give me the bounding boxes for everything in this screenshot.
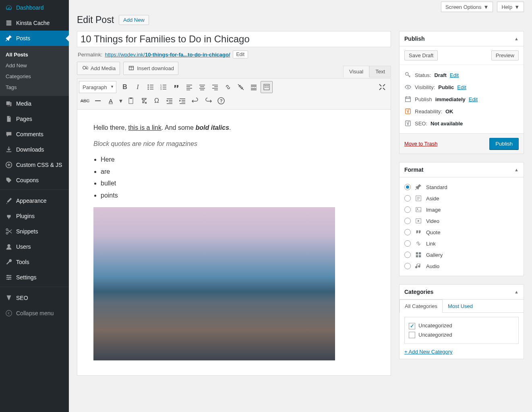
svg-rect-0 bbox=[6, 21, 12, 22]
bold-button[interactable]: B bbox=[119, 81, 131, 93]
svg-rect-1 bbox=[6, 22, 12, 24]
sidebar-item-dashboard[interactable]: Dashboard bbox=[0, 0, 69, 15]
categories-tab-most[interactable]: Most Used bbox=[443, 300, 478, 313]
panel-toggle-icon[interactable]: ▲ bbox=[514, 167, 519, 172]
sidebar-label: Collapse menu bbox=[16, 310, 54, 316]
strikethrough-button[interactable]: ABC bbox=[79, 95, 91, 107]
sidebar-item-comments[interactable]: Comments bbox=[0, 127, 69, 142]
admin-sidebar: Dashboard Kinsta Cache Posts All Posts A… bbox=[0, 0, 69, 412]
format-radio-video[interactable] bbox=[404, 218, 411, 224]
sidebar-item-media[interactable]: Media bbox=[0, 96, 69, 111]
hr-button[interactable] bbox=[92, 95, 104, 107]
submenu-all-posts[interactable]: All Posts bbox=[0, 49, 69, 60]
submenu-tags[interactable]: Tags bbox=[0, 82, 69, 93]
category-checkbox[interactable] bbox=[409, 332, 415, 338]
special-char-button[interactable]: Ω bbox=[151, 95, 163, 107]
indent-button[interactable] bbox=[176, 95, 188, 107]
blockquote-button[interactable] bbox=[170, 81, 182, 93]
align-center-button[interactable] bbox=[196, 81, 208, 93]
svg-point-8 bbox=[9, 277, 11, 278]
sidebar-item-collapse[interactable]: Collapse menu bbox=[0, 306, 69, 321]
edit-status-link[interactable]: Edit bbox=[450, 72, 459, 78]
camera-icon bbox=[81, 64, 89, 73]
undo-button[interactable] bbox=[189, 95, 201, 107]
submenu-categories[interactable]: Categories bbox=[0, 71, 69, 82]
format-radio-aside[interactable] bbox=[404, 195, 411, 202]
publish-button[interactable]: Publish bbox=[489, 138, 519, 150]
sidebar-item-users[interactable]: Users bbox=[0, 239, 69, 254]
link-button[interactable] bbox=[222, 81, 234, 93]
format-radio-standard[interactable] bbox=[404, 184, 411, 190]
bullet-list-button[interactable] bbox=[145, 81, 157, 93]
content-image[interactable] bbox=[93, 207, 335, 360]
format-radio-gallery[interactable] bbox=[404, 252, 411, 258]
sidebar-item-coupons[interactable]: Coupons bbox=[0, 173, 69, 188]
redo-button[interactable] bbox=[202, 95, 214, 107]
textcolor-chevron-icon[interactable]: ▼ bbox=[118, 95, 124, 107]
visual-tab[interactable]: Visual bbox=[343, 66, 369, 77]
sidebar-item-downloads[interactable]: Downloads bbox=[0, 142, 69, 157]
sidebar-item-kinsta[interactable]: Kinsta Cache bbox=[0, 15, 69, 31]
svg-point-7 bbox=[7, 275, 9, 277]
edit-schedule-link[interactable]: Edit bbox=[469, 96, 478, 102]
sidebar-item-snippets[interactable]: Snippets bbox=[0, 224, 69, 239]
add-category-link[interactable]: + Add New Category bbox=[404, 349, 453, 355]
outdent-button[interactable] bbox=[164, 95, 176, 107]
italic-button[interactable]: I bbox=[132, 81, 144, 93]
sidebar-item-settings[interactable]: Settings bbox=[0, 270, 69, 285]
preview-button[interactable]: Preview bbox=[491, 50, 519, 60]
page-title: Edit Post bbox=[77, 15, 114, 25]
format-radio-link[interactable] bbox=[404, 240, 411, 247]
permalink-link[interactable]: https://wpdev.ink/10-things-for-fa...to-… bbox=[105, 52, 230, 58]
numbered-list-button[interactable]: 123 bbox=[157, 81, 170, 93]
svg-rect-2 bbox=[6, 24, 12, 26]
yoast-icon bbox=[5, 294, 13, 302]
download-icon bbox=[5, 146, 13, 154]
category-checkbox[interactable] bbox=[409, 323, 415, 329]
categories-tab-all[interactable]: All Categories bbox=[400, 300, 443, 313]
format-radio-image[interactable] bbox=[404, 206, 411, 213]
help-button[interactable]: Help ▼ bbox=[497, 2, 524, 12]
align-left-button[interactable] bbox=[183, 81, 195, 93]
post-title-input[interactable] bbox=[77, 31, 391, 47]
sidebar-item-seo[interactable]: SEO bbox=[0, 290, 69, 306]
svg-text:?: ? bbox=[220, 98, 223, 103]
toolbar-toggle-button[interactable] bbox=[261, 81, 273, 93]
panel-toggle-icon[interactable]: ▲ bbox=[514, 289, 519, 294]
readmore-button[interactable] bbox=[248, 81, 260, 93]
sidebar-item-plugins[interactable]: Plugins bbox=[0, 208, 69, 224]
edit-visibility-link[interactable]: Edit bbox=[457, 84, 466, 90]
clear-formatting-button[interactable] bbox=[138, 95, 150, 107]
format-radio-quote[interactable] bbox=[404, 229, 411, 235]
insert-download-button[interactable]: Insert download bbox=[123, 62, 178, 75]
sidebar-item-tools[interactable]: Tools bbox=[0, 254, 69, 270]
sidebar-item-appearance[interactable]: Appearance bbox=[0, 193, 69, 208]
add-new-button[interactable]: Add New bbox=[119, 15, 149, 25]
text-tab[interactable]: Text bbox=[369, 66, 391, 77]
save-draft-button[interactable]: Save Draft bbox=[404, 50, 438, 60]
distraction-free-button[interactable] bbox=[376, 81, 388, 93]
list-item: Here bbox=[101, 154, 375, 165]
textcolor-button[interactable]: A bbox=[105, 95, 117, 107]
sidebar-item-css[interactable]: Custom CSS & JS bbox=[0, 157, 69, 173]
sidebar-label: Plugins bbox=[16, 213, 35, 219]
align-right-button[interactable] bbox=[209, 81, 221, 93]
panel-toggle-icon[interactable]: ▲ bbox=[514, 36, 519, 41]
format-radio-audio[interactable] bbox=[404, 263, 411, 269]
sidebar-item-pages[interactable]: Pages bbox=[0, 111, 69, 127]
submenu-add-new[interactable]: Add New bbox=[0, 60, 69, 71]
content-link[interactable]: this is a link bbox=[128, 124, 161, 131]
unlink-button[interactable] bbox=[235, 81, 247, 93]
keyboard-help-button[interactable]: ? bbox=[215, 95, 227, 107]
format-select[interactable]: Paragraph bbox=[79, 81, 116, 93]
add-media-button[interactable]: Add Media bbox=[77, 62, 120, 75]
permalink-edit-button[interactable]: Edit bbox=[233, 50, 248, 58]
move-to-trash-link[interactable]: Move to Trash bbox=[404, 141, 437, 147]
editor-content[interactable]: Hello there, this is a link. And some bo… bbox=[77, 110, 391, 376]
paste-text-button[interactable] bbox=[125, 95, 137, 107]
audio-icon bbox=[415, 262, 422, 270]
sidebar-item-posts[interactable]: Posts bbox=[0, 31, 69, 46]
screen-options-button[interactable]: Screen Options ▼ bbox=[441, 2, 493, 12]
svg-rect-34 bbox=[419, 252, 421, 254]
sidebar-label: Kinsta Cache bbox=[16, 20, 50, 26]
